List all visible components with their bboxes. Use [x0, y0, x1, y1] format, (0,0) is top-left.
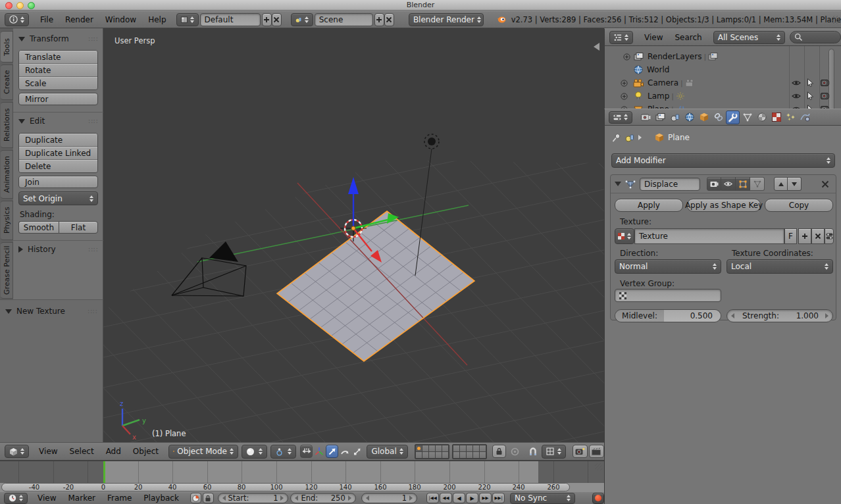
panel-drag-dots-icon[interactable] — [88, 34, 98, 43]
region-collapse-arrow-icon[interactable] — [594, 43, 599, 51]
hide-eye-icon[interactable] — [792, 93, 801, 99]
snap-toggle-button[interactable] — [526, 445, 539, 458]
prev-keyframe-button[interactable]: ◀◀ — [440, 493, 452, 503]
menu-view[interactable]: View — [638, 33, 669, 42]
next-keyframe-button[interactable]: ▶▶ — [479, 493, 492, 503]
outliner-row-camera[interactable]: Camera | — [605, 76, 695, 89]
menu-render[interactable]: Render — [59, 15, 99, 24]
tab-object[interactable] — [697, 111, 711, 124]
lock-to-scene-button[interactable] — [492, 445, 506, 458]
duplicate-linked-button[interactable]: Duplicate Linked — [19, 146, 97, 159]
scene-selector[interactable] — [291, 13, 313, 26]
tab-constraints[interactable] — [711, 111, 725, 124]
editor-type-selector-info[interactable] — [5, 13, 29, 26]
outliner-search-field[interactable] — [790, 31, 841, 43]
modifier-editmode-toggle[interactable] — [736, 177, 750, 191]
tab-render[interactable] — [639, 111, 653, 124]
coords-dropdown[interactable]: Local — [726, 259, 833, 274]
pivot-point-selector[interactable] — [270, 445, 296, 459]
direction-dropdown[interactable]: Normal — [615, 259, 721, 274]
plane-object[interactable] — [277, 211, 474, 361]
vertex-group-field[interactable] — [615, 289, 721, 302]
outliner-row-lamp[interactable]: Lamp | — [605, 89, 685, 103]
editor-type-selector-outliner[interactable] — [609, 31, 633, 44]
decrement-arrow-icon[interactable] — [731, 313, 734, 318]
menu-marker[interactable]: Marker — [62, 492, 101, 504]
midlevel-slider[interactable]: Midlevel: 0.500 — [615, 309, 721, 322]
apply-button[interactable]: Apply — [615, 199, 683, 212]
panel-drag-dots-icon[interactable] — [88, 116, 98, 126]
selectable-cursor-icon[interactable] — [807, 91, 814, 100]
set-origin-dropdown[interactable]: Set Origin — [18, 191, 98, 205]
outliner-row-world[interactable]: World — [605, 63, 669, 76]
decrement-arrow-icon[interactable] — [222, 495, 226, 501]
increment-arrow-icon[interactable] — [409, 495, 413, 501]
expand-plus-icon[interactable] — [623, 53, 630, 61]
menu-search[interactable]: Search — [669, 33, 707, 42]
menu-help[interactable]: Help — [142, 15, 172, 24]
rotate-button[interactable]: Rotate — [19, 63, 97, 76]
editor-type-selector-properties[interactable] — [609, 111, 632, 124]
tab-object-data[interactable] — [740, 111, 754, 124]
proportional-edit-button[interactable] — [509, 445, 521, 458]
operator-panel-header[interactable]: New Texture — [0, 304, 103, 318]
shelf-tab-relations[interactable]: Relations — [1, 102, 13, 148]
outliner-item-label[interactable]: RenderLayers — [648, 52, 701, 61]
panel-drag-dots-icon[interactable] — [88, 307, 97, 316]
breadcrumb-object-name[interactable]: Plane — [668, 133, 690, 142]
record-button[interactable] — [592, 493, 604, 504]
tab-material[interactable] — [755, 111, 769, 124]
apply-as-shape-key-button[interactable]: Apply as Shape Key — [687, 199, 761, 212]
delete-modifier-icon[interactable] — [821, 180, 829, 188]
manipulator-rotate-button[interactable] — [338, 445, 351, 458]
editor-type-selector-3dview[interactable] — [5, 445, 29, 458]
increment-arrow-icon[interactable] — [348, 495, 351, 501]
menu-file[interactable]: File — [34, 15, 59, 24]
render-engine-selector[interactable]: Blender Render — [409, 13, 484, 26]
viewport-3d[interactable]: z y x User Persp (1) Plane — [103, 28, 604, 442]
outliner-row-renderlayers[interactable]: RenderLayers | — [605, 50, 718, 63]
scale-button[interactable]: Scale — [19, 76, 97, 89]
editor-type-selector-timeline[interactable] — [4, 493, 28, 504]
manipulator-axes-button[interactable] — [313, 445, 325, 458]
unlink-texture-button[interactable] — [811, 228, 825, 244]
start-frame-field[interactable]: Start: 1 — [218, 493, 289, 503]
menu-select[interactable]: Select — [64, 447, 100, 456]
modifier-name-field[interactable]: Displace — [640, 178, 700, 191]
mode-selector[interactable]: Object Mode — [168, 445, 238, 459]
current-frame-field[interactable]: 1 — [361, 493, 417, 503]
outliner-item-label[interactable]: World — [647, 65, 669, 74]
tab-particles[interactable] — [784, 111, 798, 124]
fake-user-button[interactable]: F — [784, 228, 797, 244]
manipulator-toggle-button[interactable] — [300, 445, 313, 458]
object-breadcrumb-icon[interactable] — [625, 134, 634, 142]
add-modifier-dropdown[interactable]: Add Modifier — [611, 153, 835, 168]
layer-buttons-group-1[interactable] — [415, 444, 449, 459]
new-texture-button[interactable] — [798, 228, 811, 244]
modifier-cage-toggle[interactable] — [750, 177, 765, 191]
opengl-render-anim-button[interactable] — [589, 445, 604, 458]
snap-element-selector[interactable] — [542, 445, 566, 459]
sync-mode-selector[interactable]: No Sync — [510, 493, 575, 504]
end-frame-field[interactable]: End: 250 — [290, 493, 355, 503]
outliner-row-plane[interactable]: Plane | — [605, 103, 684, 109]
decrement-arrow-icon[interactable] — [366, 495, 369, 501]
menu-playback[interactable]: Playback — [138, 492, 185, 504]
menu-frame[interactable]: Frame — [101, 492, 138, 504]
shelf-tab-tools[interactable]: Tools — [1, 31, 13, 63]
expand-plus-icon[interactable] — [621, 93, 628, 100]
screen-layout-name-field[interactable]: Default — [200, 13, 261, 26]
scene-name-field[interactable]: Scene — [315, 13, 373, 26]
tab-physics[interactable] — [798, 111, 812, 124]
current-frame-indicator[interactable] — [103, 461, 105, 484]
menu-add[interactable]: Add — [100, 447, 127, 456]
add-scene-button[interactable] — [374, 13, 384, 26]
play-button[interactable]: ▶ — [466, 493, 478, 503]
opengl-render-image-button[interactable] — [573, 445, 588, 458]
pin-icon[interactable] — [611, 133, 621, 143]
join-button[interactable]: Join — [18, 176, 98, 188]
selectable-cursor-icon[interactable] — [807, 78, 814, 87]
hide-eye-icon[interactable] — [792, 80, 801, 86]
shelf-tab-create[interactable]: Create — [1, 64, 13, 100]
translate-button[interactable]: Translate — [19, 51, 97, 63]
